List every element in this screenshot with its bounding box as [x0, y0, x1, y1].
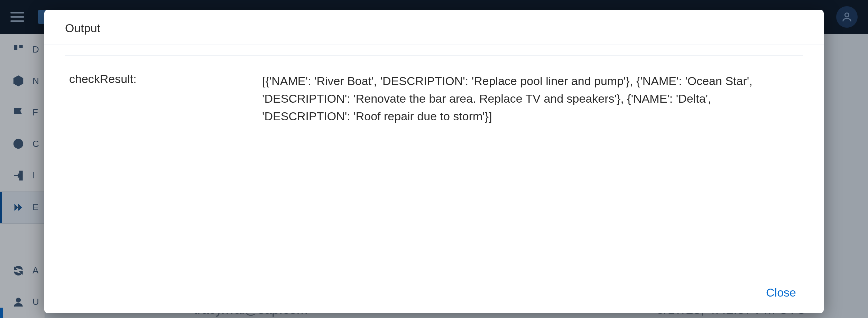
- output-row-label: checkResult:: [65, 72, 248, 86]
- dialog-footer: Close: [44, 274, 824, 313]
- dialog-header: Output: [44, 10, 824, 45]
- dialog-body: checkResult: [{'NAME': 'River Boat', 'DE…: [44, 45, 824, 274]
- close-button[interactable]: Close: [759, 282, 803, 303]
- output-dialog: Output checkResult: [{'NAME': 'River Boa…: [44, 10, 824, 313]
- output-row-value: [{'NAME': 'River Boat', 'DESCRIPTION': '…: [262, 72, 803, 125]
- dialog-title: Output: [65, 21, 803, 35]
- output-row: checkResult: [{'NAME': 'River Boat', 'DE…: [65, 55, 803, 133]
